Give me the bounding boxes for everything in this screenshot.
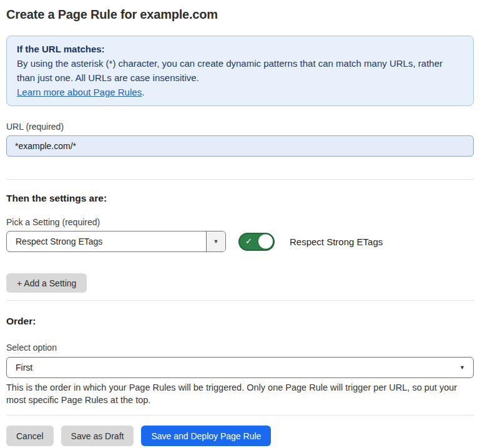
caret-down-icon[interactable]: ▼ — [206, 231, 225, 251]
setting-picker-label: Pick a Setting (required) — [6, 217, 474, 228]
url-input[interactable] — [6, 135, 474, 157]
info-box-link-line: Learn more about Page Rules. — [17, 85, 463, 99]
info-box-heading: If the URL matches: — [17, 42, 463, 56]
divider — [6, 300, 474, 301]
add-setting-button[interactable]: + Add a Setting — [6, 273, 87, 293]
check-icon: ✓ — [245, 236, 252, 246]
url-field-label: URL (required) — [6, 122, 474, 132]
info-box-body: By using the asterisk (*) character, you… — [17, 56, 463, 85]
cancel-button[interactable]: Cancel — [6, 426, 54, 446]
page-title: Create a Page Rule for example.com — [6, 7, 474, 22]
order-section-heading: Order: — [6, 315, 474, 327]
order-select[interactable]: First ▼ — [6, 357, 474, 378]
setting-toggle[interactable]: ✓ — [238, 233, 275, 251]
setting-toggle-label: Respect Strong ETags — [290, 236, 383, 247]
footer-buttons: Cancel Save as Draft Save and Deploy Pag… — [6, 426, 474, 446]
order-help-text: This is the order in which your Page Rul… — [6, 381, 474, 406]
url-match-info-box: If the URL matches: By using the asteris… — [6, 36, 474, 106]
order-select-value: First — [16, 363, 32, 373]
setting-row: Respect Strong ETags ▼ ✓ Respect Strong … — [6, 231, 474, 252]
divider — [6, 179, 474, 180]
divider — [6, 415, 474, 416]
settings-section-heading: Then the settings are: — [6, 192, 474, 204]
order-select-label: Select option — [6, 343, 474, 353]
save-and-deploy-button[interactable]: Save and Deploy Page Rule — [141, 426, 271, 446]
setting-dropdown-value: Respect Strong ETags — [7, 231, 206, 251]
learn-more-link[interactable]: Learn more about Page Rules — [17, 87, 142, 97]
setting-dropdown[interactable]: Respect Strong ETags ▼ — [6, 231, 226, 252]
save-as-draft-button[interactable]: Save as Draft — [61, 426, 134, 446]
link-suffix: . — [142, 87, 144, 97]
toggle-knob — [258, 235, 273, 249]
caret-down-icon: ▼ — [459, 364, 465, 371]
